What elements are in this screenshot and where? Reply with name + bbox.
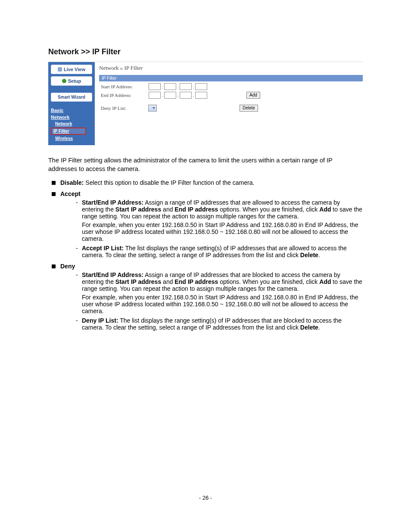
live-view-label: Live View [64,67,85,72]
accept-item: Accept Start/End IP Address: Assign a ra… [48,190,363,258]
monitor-icon [58,67,62,72]
gear-icon [62,79,66,83]
deny-start-end: Start/End IP Address: Assign a range of … [76,271,363,314]
start-ip-octet-3[interactable] [180,83,192,90]
nav-sub-wireless[interactable]: Wireless [51,135,92,142]
section-header: IP Filter [99,75,363,81]
main-pane: Network » IP Filter IP Filter Start IP A… [95,62,363,145]
end-ip-octet-2[interactable] [164,92,176,99]
intro-text: The IP Filter setting allows the adminis… [48,156,363,173]
nav-sub-ip-filter[interactable]: IP Filter [51,128,86,135]
end-ip-octet-4[interactable] [195,92,207,99]
end-ip-label: End IP Address: [101,93,148,98]
setup-tab[interactable]: Setup [51,76,92,86]
deny-item: Deny Start/End IP Address: Assign a rang… [48,263,363,331]
nav-network[interactable]: Network [51,114,92,121]
delete-button[interactable]: Delete [240,105,258,112]
start-ip-octet-4[interactable] [195,83,207,90]
end-ip-row: End IP Address: . . . Add [101,92,363,99]
nav-sub-network[interactable]: Network [51,121,92,127]
smart-wizard-button[interactable]: Smart Wizard [51,93,92,102]
live-view-tab[interactable]: Live View [51,65,92,74]
start-ip-row: Start IP Address: . . . [101,83,363,90]
start-ip-label: Start IP Address: [101,84,148,89]
setup-label: Setup [68,78,81,84]
nav-basic[interactable]: Basic [51,107,92,114]
add-button[interactable]: Add [246,92,260,99]
page-number: - 26 - [48,495,363,501]
ui-screenshot-panel: Live View Setup Smart Wizard Basic Netwo… [48,62,363,145]
sidebar: Live View Setup Smart Wizard Basic Netwo… [48,62,95,145]
deny-ip-list: Deny IP List: The list displays the rang… [76,317,363,331]
disable-item: Disable: Select this option to disable t… [48,179,363,186]
deny-list-select[interactable] [148,105,157,112]
deny-list-label: Deny IP List: [101,106,148,111]
deny-example: For example, when you enter 192.168.0.50… [82,294,363,314]
breadcrumb: Network » IP Filter [99,65,363,72]
accept-start-end: Start/End IP Address: Assign a range of … [76,199,363,242]
deny-list-row: Deny IP List: Delete [101,105,363,112]
accept-ip-list: Accept IP List: The list displays the ra… [76,245,363,258]
start-ip-octet-1[interactable] [149,83,161,90]
page-heading: Network >> IP Filter [48,47,363,56]
end-ip-octet-3[interactable] [180,92,192,99]
start-ip-octet-2[interactable] [164,83,176,90]
accept-example: For example, when you enter 192.168.0.50… [82,221,363,242]
end-ip-octet-1[interactable] [149,92,161,99]
